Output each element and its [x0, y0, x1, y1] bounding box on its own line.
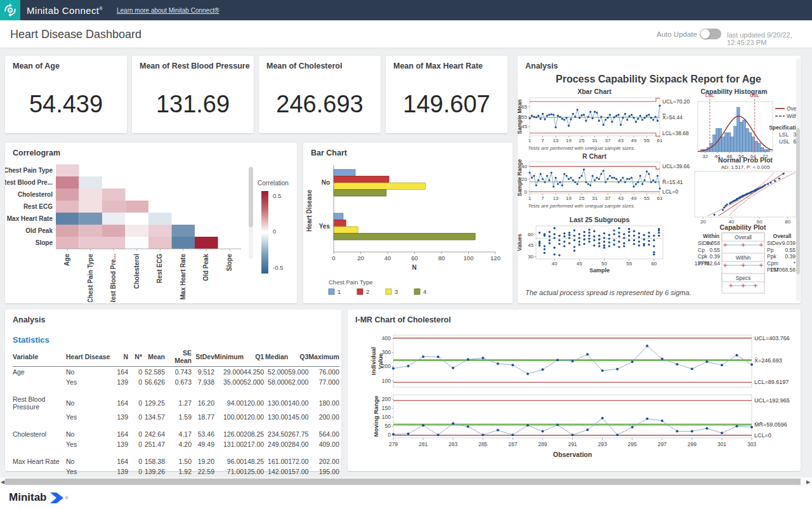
- learn-more-link[interactable]: Learn more about Minitab Connect®: [117, 7, 219, 14]
- subgroup-point: [558, 254, 560, 256]
- data-point: [657, 175, 658, 176]
- auto-update-toggle[interactable]: [700, 29, 721, 39]
- bar-segment[interactable]: [334, 183, 426, 190]
- heatmap-cell[interactable]: [102, 188, 126, 201]
- y-tick-label: 0: [525, 189, 528, 195]
- subgroup-point: [593, 235, 595, 237]
- heatmap-cell[interactable]: [79, 213, 103, 225]
- data-point: [641, 119, 643, 121]
- stats-cell: 242.64: [142, 429, 165, 439]
- stats-cell: 18.77: [192, 412, 214, 422]
- heatmap-cell[interactable]: [102, 213, 126, 225]
- subgroup-point: [573, 246, 575, 248]
- bar-segment[interactable]: [334, 190, 386, 197]
- subgroup-point: [653, 239, 655, 241]
- probplot-point: [726, 204, 728, 206]
- data-point: [511, 364, 514, 366]
- sixpack-vertical-scrollbar[interactable]: [796, 58, 800, 301]
- bar-segment[interactable]: [334, 169, 355, 176]
- subgroup-point: [603, 241, 605, 242]
- heatmap-cell[interactable]: [172, 237, 195, 249]
- within-stat-label: Cp: [698, 247, 705, 253]
- heatmap-cell[interactable]: [56, 188, 79, 201]
- legend-item-label: 1: [337, 288, 341, 295]
- y-tick-label: 60: [528, 232, 534, 237]
- data-point: [579, 176, 580, 178]
- legend-tick: 0.5: [273, 192, 281, 199]
- card-title: Correlogram: [13, 149, 60, 157]
- heatmap-cell[interactable]: [126, 201, 149, 213]
- center-label: M̄R̄=59.0596: [754, 421, 787, 428]
- bar-segment[interactable]: [334, 234, 475, 241]
- heatmap-cell[interactable]: [79, 201, 103, 213]
- data-point: [616, 433, 619, 436]
- bar-segment[interactable]: [334, 227, 358, 234]
- y-tick-label: 50: [385, 423, 391, 429]
- subgroup-point: [544, 248, 546, 250]
- correlogram-scrollbar[interactable]: [249, 167, 253, 259]
- data-point: [563, 173, 565, 175]
- heatmap-col-label: Rest ECG: [156, 254, 163, 283]
- stats-cell: 134.57: [142, 412, 165, 422]
- heatmap-cell[interactable]: [148, 237, 172, 249]
- bar-segment[interactable]: [334, 220, 346, 227]
- heatmap-cell[interactable]: [56, 225, 79, 237]
- heatmap-cell[interactable]: [56, 201, 79, 213]
- data-point: [553, 185, 554, 187]
- heatmap-cell[interactable]: [148, 225, 172, 237]
- data-point: [646, 170, 648, 172]
- legend-swatch: [329, 289, 334, 294]
- heatmap-cell[interactable]: [102, 201, 126, 213]
- spec-label: USL: [779, 138, 790, 145]
- data-point: [407, 365, 410, 367]
- data-point: [544, 181, 546, 183]
- bar-segment[interactable]: [334, 176, 389, 183]
- kpi-title: Mean of Rest Blood Pressure: [140, 62, 250, 70]
- data-point: [497, 362, 499, 365]
- imr-chart-card: I-MR Chart of Cholesterol 100200300400UC…: [348, 310, 801, 471]
- heatmap-cell[interactable]: [56, 213, 79, 225]
- stats-cell: 0: [128, 412, 142, 422]
- heatmap-cell[interactable]: [56, 164, 79, 176]
- stats-column-header: Q1: [244, 348, 264, 367]
- horizontal-scrollbar[interactable]: ◀ ▶: [0, 477, 812, 486]
- heatmap-cell[interactable]: [102, 225, 126, 237]
- heatmap-cell[interactable]: [56, 237, 79, 249]
- heatmap-cell[interactable]: [79, 188, 103, 201]
- data-point: [635, 183, 637, 185]
- scroll-left-arrow[interactable]: ◀: [1, 479, 4, 485]
- x-tick-label: 287: [508, 441, 517, 447]
- heatmap-cell[interactable]: [195, 237, 218, 249]
- x-tick-label: 100: [464, 255, 474, 261]
- scroll-right-arrow[interactable]: ▶: [806, 479, 810, 485]
- heatmap-cell[interactable]: [126, 213, 149, 225]
- heatmap-cell[interactable]: [126, 237, 149, 249]
- stats-cell: [13, 412, 66, 422]
- data-point: [641, 183, 643, 185]
- minitab-connect-logo-icon[interactable]: [0, 0, 20, 20]
- stats-cell: 0.673: [165, 377, 192, 387]
- heatmap-cell[interactable]: [102, 237, 126, 249]
- stats-cell: 0: [128, 394, 142, 412]
- xbar-title: Xbar Chart: [577, 88, 612, 95]
- heatmap-cell[interactable]: [79, 237, 103, 249]
- scrollbar-thumb[interactable]: [5, 479, 801, 485]
- y-tick-label: 150: [382, 405, 391, 411]
- heatmap-cell[interactable]: [172, 225, 195, 237]
- heatmap-cell[interactable]: [126, 225, 149, 237]
- heatmap-cell[interactable]: [79, 225, 103, 237]
- legend-swatch: [357, 289, 363, 294]
- heatmap-cell[interactable]: [79, 176, 103, 188]
- statistics-heading[interactable]: Statistics: [13, 335, 49, 345]
- heatmap-cell[interactable]: [56, 176, 79, 188]
- data-point: [596, 112, 598, 114]
- bar-segment[interactable]: [334, 213, 343, 220]
- subgroup-point: [623, 242, 625, 244]
- data-point: [658, 187, 660, 189]
- subgroup-point: [568, 242, 570, 244]
- subgroup-point: [558, 235, 560, 237]
- stats-cell: 161.00: [264, 456, 288, 466]
- stats-cell: 195.00: [308, 466, 339, 477]
- heatmap-cell[interactable]: [148, 213, 172, 225]
- histogram-bar: [749, 133, 752, 152]
